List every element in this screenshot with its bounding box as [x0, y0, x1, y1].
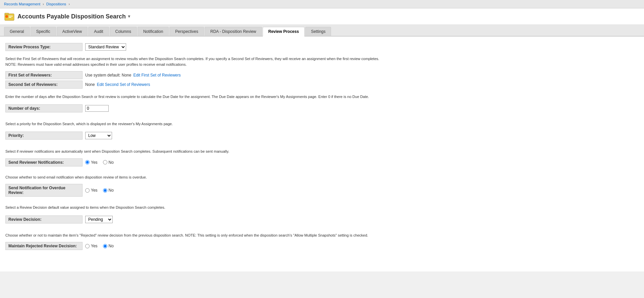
overdue-yes-radio[interactable]	[85, 188, 90, 193]
rejected-value: Yes No	[83, 242, 116, 250]
priority-value: Low Medium High	[83, 131, 115, 141]
first-reviewers-row: First Set of Reviewers: Use system defau…	[5, 71, 639, 79]
tab-notification[interactable]: Notification	[138, 27, 169, 36]
rejected-no-label[interactable]: No	[103, 244, 114, 248]
overdue-no-label[interactable]: No	[103, 188, 114, 193]
reviewers-info-text: Select the First Set of Reviewers that w…	[5, 56, 639, 67]
overdue-label: Send Notification for Overdue Review:	[5, 184, 83, 197]
second-reviewers-row: Second Set of Reviewers: None Edit Secon…	[5, 81, 639, 89]
rejected-label: Maintain Rejected Review Decision:	[5, 242, 83, 250]
page-title-dropdown[interactable]: ▼	[127, 14, 131, 19]
edit-second-reviewers-link[interactable]: Edit Second Set of Reviewers	[97, 82, 150, 87]
notifications-row: Send Reviewer Notifications: Yes No	[5, 158, 639, 166]
notifications-no-radio[interactable]	[103, 160, 107, 164]
days-row: Number of days:	[5, 104, 639, 113]
page-title: Accounts Payable Disposition Search	[17, 13, 126, 20]
rejected-info-text: Choose whether or not to maintain the it…	[5, 233, 639, 238]
overdue-yes-label[interactable]: Yes	[85, 188, 98, 193]
review-process-type-value: Standard Review Custom Review	[83, 42, 129, 52]
days-input[interactable]	[85, 105, 109, 112]
decision-info-text: Select a Review Decision default value a…	[5, 205, 639, 210]
first-reviewers-label: First Set of Reviewers:	[5, 71, 83, 79]
notifications-info-text: Select if reviewer notifications are aut…	[5, 149, 639, 154]
edit-first-reviewers-link[interactable]: Edit First Set of Reviewers	[133, 73, 180, 78]
decision-select[interactable]: Pending Approved Rejected	[85, 216, 113, 223]
tab-settings[interactable]: Settings	[305, 27, 331, 36]
priority-select[interactable]: Low Medium High	[85, 132, 112, 139]
rejected-no-radio[interactable]	[103, 244, 107, 248]
svg-rect-4	[9, 17, 11, 18]
notifications-label: Send Reviewer Notifications:	[5, 158, 83, 166]
review-process-type-label: Review Process Type:	[5, 43, 83, 51]
tab-activeview[interactable]: ActiveView	[57, 27, 88, 36]
tab-audit[interactable]: Audit	[88, 27, 109, 36]
rejected-yes-radio[interactable]	[85, 244, 90, 248]
decision-row: Review Decision: Pending Approved Reject…	[5, 214, 639, 225]
priority-row: Priority: Low Medium High	[5, 131, 639, 141]
overdue-radio-group: Yes No	[85, 188, 114, 193]
tab-general[interactable]: General	[4, 27, 30, 36]
first-reviewers-value: Use system default: None Edit First Set …	[83, 71, 183, 79]
breadcrumb-records-management[interactable]: Records Management	[4, 2, 40, 6]
tabs-bar: General Specific ActiveView Audit Column…	[0, 25, 644, 37]
tab-specific[interactable]: Specific	[31, 27, 56, 36]
rejected-radio-group: Yes No	[85, 244, 114, 248]
days-value	[83, 104, 111, 113]
content-area: Review Process Type: Standard Review Cus…	[0, 37, 644, 271]
breadcrumb-dispositions[interactable]: Dispositions	[46, 2, 66, 6]
notifications-no-label[interactable]: No	[103, 160, 114, 165]
days-label: Number of days:	[5, 104, 83, 112]
overdue-no-radio[interactable]	[103, 188, 107, 193]
tab-columns[interactable]: Columns	[110, 27, 137, 36]
rejected-yes-label[interactable]: Yes	[85, 244, 98, 248]
days-info-text: Enter the number of days after the Dispo…	[5, 94, 639, 100]
svg-point-2	[5, 15, 8, 18]
overdue-row: Send Notification for Overdue Review: Ye…	[5, 184, 639, 197]
tab-review-process[interactable]: Review Process	[263, 27, 305, 37]
priority-info-text: Select a priority for the Disposition Se…	[5, 121, 639, 127]
second-reviewers-value: None Edit Second Set of Reviewers	[83, 81, 153, 88]
decision-value: Pending Approved Rejected	[83, 214, 115, 225]
notifications-radio-group: Yes No	[85, 160, 114, 165]
priority-label: Priority:	[5, 132, 83, 140]
rejected-row: Maintain Rejected Review Decision: Yes N…	[5, 242, 639, 250]
tab-perspectives[interactable]: Perspectives	[169, 27, 204, 36]
review-process-type-row: Review Process Type: Standard Review Cus…	[5, 42, 639, 52]
page-icon	[4, 11, 15, 22]
decision-label: Review Decision:	[5, 215, 83, 224]
notifications-value: Yes No	[83, 159, 116, 166]
notifications-yes-label[interactable]: Yes	[85, 160, 98, 165]
overdue-info-text: Choose whether to send email notificatio…	[5, 175, 639, 180]
overdue-value: Yes No	[83, 187, 116, 194]
second-reviewers-label: Second Set of Reviewers:	[5, 81, 83, 89]
svg-rect-1	[5, 13, 9, 14]
review-process-type-select[interactable]: Standard Review Custom Review	[85, 43, 126, 51]
breadcrumb: Records Management › Dispositions ›	[0, 0, 644, 8]
notifications-yes-radio[interactable]	[85, 160, 90, 164]
tab-rda[interactable]: RDA - Disposition Review	[205, 27, 262, 36]
page-header: Accounts Payable Disposition Search ▼	[0, 8, 644, 25]
svg-rect-3	[9, 16, 13, 16]
